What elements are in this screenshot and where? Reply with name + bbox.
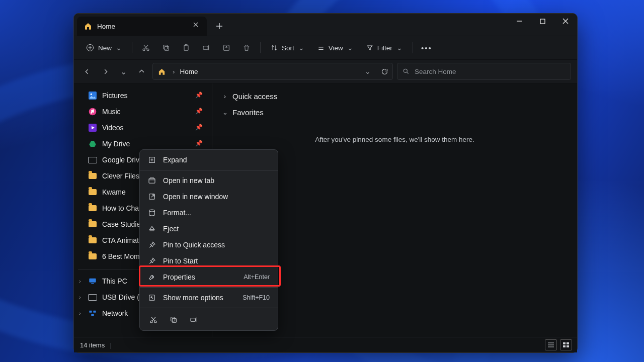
ctx-open-new-tab[interactable]: Open in new tab <box>140 172 278 189</box>
pin-icon: 📌 <box>195 124 203 131</box>
home-icon <box>158 68 166 75</box>
ctx-shortcut: Alt+Enter <box>244 274 270 281</box>
refresh-button[interactable] <box>381 68 388 75</box>
expand-icon <box>148 156 156 164</box>
folder-icon <box>88 188 97 197</box>
ctx-action-row <box>140 310 278 327</box>
sidebar-item-label: Case Studies <box>102 220 144 228</box>
details-view-button[interactable] <box>545 339 557 350</box>
sidebar-item-label: Videos <box>102 124 124 132</box>
svg-rect-33 <box>191 318 195 322</box>
ctx-eject[interactable]: Eject <box>140 221 278 237</box>
ctx-expand[interactable]: Expand <box>140 152 278 168</box>
ctx-copy-button[interactable] <box>168 314 179 325</box>
tiles-view-button[interactable] <box>560 339 572 350</box>
ctx-pin-start[interactable]: Pin to Start <box>140 253 278 269</box>
separator <box>413 42 413 53</box>
minimize-button[interactable] <box>508 14 531 29</box>
sidebar-item-label: Music <box>102 108 121 116</box>
sidebar-item-label: My Drive <box>102 140 130 148</box>
svg-rect-15 <box>89 279 96 283</box>
svg-rect-16 <box>91 283 94 284</box>
svg-rect-5 <box>164 45 168 49</box>
svg-rect-22 <box>563 345 566 347</box>
separator <box>140 287 278 288</box>
address-bar[interactable]: › Home ⌄ <box>152 63 393 80</box>
close-button[interactable] <box>554 14 577 29</box>
tab-home[interactable]: Home <box>77 17 207 36</box>
chevron-down-icon: ⌄ <box>116 44 122 52</box>
back-button[interactable] <box>80 64 94 78</box>
home-icon <box>84 22 92 30</box>
folder-icon <box>88 236 97 245</box>
sidebar-item-pictures[interactable]: Pictures📌 <box>76 87 209 104</box>
separator <box>140 308 278 308</box>
ctx-label: Properties <box>163 273 195 281</box>
ctx-cut-button[interactable] <box>148 314 159 325</box>
status-text: 14 items <box>80 341 105 349</box>
empty-state-text: After you've pinned some files, we'll sh… <box>221 136 568 143</box>
sidebar-item-music[interactable]: Music📌 <box>76 104 209 120</box>
chevron-right-icon: › <box>173 68 175 75</box>
folder-icon <box>88 220 97 229</box>
context-menu: Expand Open in new tab Open in new windo… <box>139 149 278 331</box>
ctx-label: Pin to Start <box>163 257 198 265</box>
new-label: New <box>98 44 112 52</box>
delete-button[interactable] <box>238 40 255 55</box>
svg-rect-8 <box>203 46 208 50</box>
cut-button[interactable] <box>137 40 154 55</box>
paste-button[interactable] <box>178 40 195 55</box>
rename-button[interactable] <box>198 40 215 55</box>
sidebar-item-label: Clever Files <box>102 172 139 180</box>
music-icon <box>88 107 97 116</box>
separator <box>260 42 261 53</box>
ctx-label: Show more options <box>163 294 223 302</box>
ctx-rename-button[interactable] <box>188 314 199 325</box>
group-quick-access[interactable]: ›Quick access <box>221 89 568 103</box>
svg-rect-18 <box>93 311 96 313</box>
ctx-format[interactable]: Format... <box>140 205 278 221</box>
address-segment[interactable]: Home <box>180 68 198 75</box>
svg-rect-31 <box>172 318 176 322</box>
search-box[interactable]: Search Home <box>397 63 571 80</box>
chevron-down-icon: ⌄ <box>221 109 228 116</box>
new-button[interactable]: New ⌄ <box>81 40 127 55</box>
ctx-label: Format... <box>163 209 191 217</box>
drive-icon <box>88 155 97 164</box>
more-button[interactable]: ••• <box>418 40 435 55</box>
sort-button[interactable]: Sort ⌄ <box>266 40 309 55</box>
group-favorites[interactable]: ⌄Favorites <box>221 106 568 119</box>
sidebar-item-label: Pictures <box>102 92 128 100</box>
view-label: View <box>329 44 343 52</box>
ctx-properties[interactable]: Properties Alt+Enter <box>140 269 278 285</box>
new-tab-button[interactable] <box>212 19 227 34</box>
ctx-label: Eject <box>163 225 179 233</box>
ctx-label: Open in new window <box>163 193 228 201</box>
up-button[interactable] <box>134 64 148 78</box>
view-icon <box>317 44 325 51</box>
filter-button[interactable]: Filter ⌄ <box>361 40 408 55</box>
copy-button[interactable] <box>157 40 175 55</box>
ctx-open-new-window[interactable]: Open in new window <box>140 189 278 205</box>
svg-rect-25 <box>149 178 155 183</box>
share-button[interactable] <box>218 40 235 55</box>
tab-close-icon[interactable] <box>193 22 202 31</box>
pc-icon <box>88 277 97 286</box>
window-controls <box>508 14 577 29</box>
svg-point-10 <box>404 69 407 72</box>
chevron-down-icon: ⌄ <box>347 44 353 52</box>
sidebar-item-label: Network <box>102 309 128 317</box>
chevron-right-icon: › <box>79 310 81 316</box>
folder-icon <box>88 204 97 213</box>
recent-locations-button[interactable]: ⌄ <box>116 64 130 78</box>
forward-button[interactable] <box>98 64 112 78</box>
sidebar-item-videos[interactable]: Videos📌 <box>76 120 209 136</box>
pin-icon <box>148 241 156 249</box>
view-button[interactable]: View ⌄ <box>312 40 358 55</box>
chevron-down-icon[interactable]: ⌄ <box>365 67 371 75</box>
maximize-button[interactable] <box>531 14 554 29</box>
sidebar-item-label: This PC <box>102 277 127 285</box>
ctx-pin-quick-access[interactable]: Pin to Quick access <box>140 237 278 253</box>
folder-icon <box>88 171 97 180</box>
ctx-show-more[interactable]: Show more options Shift+F10 <box>140 290 278 306</box>
